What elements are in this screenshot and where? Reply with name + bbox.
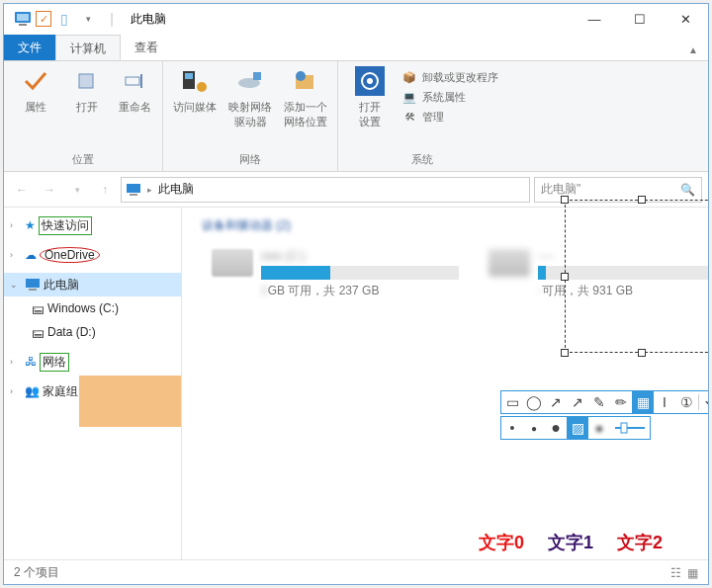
minimize-button[interactable]: — [572, 4, 617, 34]
drive-c-item[interactable]: ows (C:) 1GB 可用，共 237 GB [212, 249, 459, 299]
details-view-button[interactable]: ☷ [670, 566, 681, 580]
size-m[interactable]: ● [545, 417, 567, 439]
tab-computer[interactable]: 计算机 [55, 35, 121, 60]
media-button[interactable]: 访问媒体 [171, 65, 219, 115]
tool-ellipse[interactable]: ◯ [523, 391, 545, 413]
collapse-icon[interactable]: ⌄ [10, 280, 22, 290]
pattern-a[interactable]: ▨ [567, 417, 588, 439]
onedrive-label: OneDrive [40, 247, 100, 263]
text-1: 文字1 [548, 531, 593, 554]
tool-text[interactable]: I [654, 391, 675, 413]
nav-drive-d[interactable]: 🖴 Data (D:) [4, 320, 181, 344]
svg-rect-2 [19, 24, 27, 26]
tool-line[interactable]: ↗ [545, 391, 567, 413]
text-2: 文字2 [617, 531, 663, 554]
text-0: 文字0 [479, 531, 524, 554]
content-pane[interactable]: 设备和驱动器 (2) ows (C:) 1GB 可用，共 237 GB ----… [182, 208, 708, 559]
ribbon-collapse-icon[interactable]: ▲ [688, 44, 698, 55]
map-drive-icon [234, 65, 266, 97]
annotation-texts: 文字0 文字1 文字2 [479, 531, 663, 554]
search-box[interactable]: 此电脑" 🔍 [534, 177, 702, 203]
manage-button[interactable]: 🛠管理 [401, 109, 498, 125]
section-header: 设备和驱动器 (2) [202, 217, 291, 234]
tool-highlighter[interactable]: ✏ [610, 391, 632, 413]
settings-icon [354, 65, 386, 97]
expand-icon[interactable]: › [10, 386, 22, 396]
undo-button[interactable]: ↶ [700, 391, 709, 413]
ribbon: 属性 打开 重命名 位置 访问媒体 [4, 61, 708, 172]
pipe-sep: | [101, 8, 123, 30]
forward-button[interactable]: → [38, 178, 61, 202]
add-netloc-icon [290, 65, 321, 97]
tab-file[interactable]: 文件 [4, 35, 55, 60]
group-system-label: 系统 [346, 150, 498, 171]
group-network-label: 网络 [171, 150, 329, 171]
size-xs[interactable]: • [501, 417, 523, 439]
props-button[interactable]: 属性 [12, 65, 59, 115]
pc-small-icon: 💻 [401, 89, 417, 105]
add-netloc-button[interactable]: 添加一个 网络位置 [282, 65, 329, 129]
drive-icon [489, 249, 530, 277]
doc-icon[interactable]: ▯ [53, 8, 75, 30]
svg-rect-21 [621, 423, 627, 433]
nav-this-pc[interactable]: ⌄ 此电脑 [4, 273, 181, 296]
window-title: 此电脑 [131, 11, 166, 28]
tool-arrow[interactable]: ↗ [567, 391, 588, 413]
expand-icon[interactable]: › [10, 250, 22, 260]
nav-onedrive[interactable]: › ☁ OneDrive [4, 243, 181, 267]
svg-rect-10 [253, 72, 261, 80]
tool-mosaic[interactable]: ▦ [632, 391, 654, 413]
drive-free: 1GB 可用，共 237 GB [261, 283, 459, 299]
tool-pen[interactable]: ✎ [588, 391, 610, 413]
maximize-button[interactable]: ☐ [617, 4, 663, 34]
nav-network[interactable]: › 🖧 网络 [4, 350, 181, 374]
size-s[interactable]: ● [523, 417, 545, 439]
address-text: 此电脑 [158, 181, 194, 198]
qat-dropdown-icon[interactable]: ▾ [77, 8, 99, 30]
sysprops-button[interactable]: 💻系统属性 [401, 89, 498, 105]
search-icon: 🔍 [680, 183, 695, 197]
address-bar[interactable]: ▸ 此电脑 [121, 177, 530, 203]
cloud-icon: ☁ [25, 248, 37, 262]
back-button[interactable]: ← [10, 178, 34, 202]
expand-icon[interactable]: › [10, 357, 22, 367]
expand-icon[interactable]: › [10, 220, 22, 230]
nav-quick-access[interactable]: › ★ 快速访问 [4, 213, 181, 237]
tab-view[interactable]: 查看 [121, 35, 172, 60]
drive-c-label: Windows (C:) [47, 301, 119, 315]
close-button[interactable]: ✕ [663, 4, 708, 34]
uninstall-button[interactable]: 📦卸载或更改程序 [401, 69, 498, 85]
snip-options: • ● ● ▨ ● [500, 416, 651, 440]
icons-view-button[interactable]: ▦ [687, 566, 698, 580]
quick-access-label: 快速访问 [39, 216, 92, 235]
rename-button[interactable]: 重命名 [115, 65, 154, 115]
slider[interactable] [610, 417, 650, 439]
drive-icon: 🖴 [32, 325, 44, 340]
checkbox-icon[interactable]: ✓ [36, 11, 51, 27]
nav-pane: › ★ 快速访问 › ☁ OneDrive ⌄ 此电脑 🖴 Windows (C… [4, 208, 182, 559]
history-dropdown[interactable]: ▾ [65, 178, 89, 202]
open-settings-button[interactable]: 打开 设置 [346, 65, 394, 129]
usage-bar [261, 266, 459, 280]
rename-icon [119, 65, 150, 97]
drive-icon: 🖴 [32, 301, 44, 316]
network-icon: 🖧 [25, 355, 37, 369]
selection-frame[interactable] [565, 200, 709, 353]
up-button[interactable]: ↑ [93, 178, 117, 202]
pattern-b[interactable]: ● [588, 417, 610, 439]
this-pc-label: 此电脑 [44, 277, 79, 294]
homegroup-icon: 👥 [25, 384, 40, 398]
nav-drive-c[interactable]: 🖴 Windows (C:) [4, 296, 181, 320]
tool-rect[interactable]: ▭ [501, 391, 523, 413]
tool-counter[interactable]: ① [675, 391, 697, 413]
pc-icon [25, 278, 41, 292]
svg-point-15 [367, 78, 373, 84]
drive-icon [212, 249, 253, 277]
svg-rect-19 [29, 289, 37, 291]
svg-rect-18 [26, 279, 40, 288]
drive-name: ows (C:) [261, 249, 306, 263]
map-drive-button[interactable]: 映射网络 驱动器 [226, 65, 274, 129]
open-button[interactable]: 打开 [67, 65, 107, 115]
ribbon-tabs: 文件 计算机 查看 ▲ [4, 34, 708, 61]
svg-point-12 [296, 71, 306, 81]
